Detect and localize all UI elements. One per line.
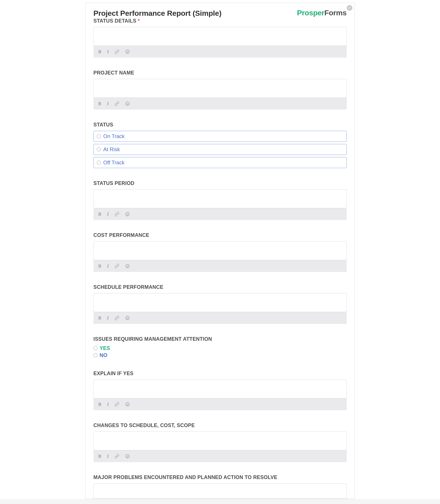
svg-point-14 <box>128 318 128 318</box>
label-explain-if-yes: EXPLAIN IF YES <box>94 371 347 377</box>
radio-input-yes[interactable] <box>94 346 97 350</box>
close-button[interactable]: × <box>347 5 352 11</box>
svg-point-9 <box>125 264 129 268</box>
emoji-icon <box>125 454 130 459</box>
bold-button[interactable]: B <box>98 315 101 321</box>
bold-button[interactable]: B <box>98 211 101 217</box>
header-row: Project Performance Report (Simple) Pros… <box>94 9 347 17</box>
radio-input-on-track[interactable] <box>97 134 101 138</box>
italic-button[interactable]: I <box>107 454 109 459</box>
svg-point-18 <box>125 454 129 458</box>
label-status-period: STATUS PERIOD <box>94 180 347 186</box>
emoji-icon <box>125 402 130 407</box>
toolbar-changes: B I <box>94 450 347 462</box>
italic-button[interactable]: I <box>107 49 109 55</box>
field-changes: CHANGES TO SCHEDULE, COST, SCOPE B I <box>94 422 347 462</box>
toolbar-status-details: B I <box>94 46 347 58</box>
bold-button[interactable]: B <box>98 454 101 459</box>
radio-label-on-track: On Track <box>103 133 125 139</box>
toolbar-project-name: B I <box>94 98 347 110</box>
label-status: STATUS <box>94 122 347 128</box>
radio-option-off-track[interactable]: Off Track <box>94 157 347 168</box>
link-button[interactable] <box>115 402 119 407</box>
italic-button[interactable]: I <box>107 263 109 269</box>
field-explain-if-yes: EXPLAIN IF YES B I <box>94 371 347 410</box>
bold-button[interactable]: B <box>98 402 101 407</box>
emoji-button[interactable] <box>125 454 130 459</box>
svg-point-20 <box>128 456 128 456</box>
emoji-icon <box>125 316 130 320</box>
link-button[interactable] <box>115 49 119 54</box>
svg-point-8 <box>128 214 128 214</box>
emoji-button[interactable] <box>125 402 130 407</box>
emoji-icon <box>125 49 130 54</box>
field-status: STATUS On Track At Risk Off Track <box>94 122 347 168</box>
svg-point-5 <box>128 103 128 103</box>
radio-input-off-track[interactable] <box>97 161 101 165</box>
bold-button[interactable]: B <box>98 49 101 55</box>
emoji-button[interactable] <box>125 264 130 268</box>
form-container: × Project Performance Report (Simple) Pr… <box>85 3 355 499</box>
svg-point-15 <box>125 403 129 406</box>
link-button[interactable] <box>115 454 119 459</box>
label-project-name: PROJECT NAME <box>94 70 347 76</box>
emoji-icon <box>125 101 130 106</box>
emoji-button[interactable] <box>125 49 130 54</box>
bold-button[interactable]: B <box>98 101 101 107</box>
textarea-status-period[interactable] <box>94 189 347 208</box>
radio-input-no[interactable] <box>94 353 97 357</box>
svg-point-3 <box>125 102 129 106</box>
radio-option-on-track[interactable]: On Track <box>94 131 347 142</box>
emoji-button[interactable] <box>125 212 130 216</box>
italic-button[interactable]: I <box>107 402 109 407</box>
link-button[interactable] <box>115 212 119 216</box>
label-issues-attention: ISSUES REQUIRING MANAGEMENT ATTENTION <box>94 336 347 342</box>
toolbar-explain-if-yes: B I <box>94 398 347 410</box>
link-button[interactable] <box>115 264 119 268</box>
textarea-status-details[interactable] <box>94 27 347 46</box>
link-icon <box>115 49 119 54</box>
emoji-button[interactable] <box>125 316 130 320</box>
link-button[interactable] <box>115 101 119 106</box>
field-major-problems: MAJOR PROBLEMS ENCOUNTERED AND PLANNED A… <box>94 475 347 499</box>
radio-option-no[interactable]: NO <box>94 352 347 358</box>
radio-option-yes[interactable]: YES <box>94 345 347 351</box>
radio-option-at-risk[interactable]: At Risk <box>94 144 347 155</box>
svg-point-0 <box>125 50 129 54</box>
italic-button[interactable]: I <box>107 211 109 217</box>
label-changes: CHANGES TO SCHEDULE, COST, SCOPE <box>94 422 347 428</box>
svg-point-2 <box>128 51 128 52</box>
label-major-problems: MAJOR PROBLEMS ENCOUNTERED AND PLANNED A… <box>94 475 347 480</box>
radio-input-at-risk[interactable] <box>97 147 101 151</box>
italic-button[interactable]: I <box>107 101 109 107</box>
label-cost-performance: COST PERFORMANCE <box>94 232 347 238</box>
svg-point-17 <box>128 404 128 404</box>
link-icon <box>115 316 119 320</box>
outer-frame: × Project Performance Report (Simple) Pr… <box>0 0 440 499</box>
link-button[interactable] <box>115 316 119 320</box>
svg-point-11 <box>128 266 128 266</box>
emoji-button[interactable] <box>125 101 130 106</box>
textarea-major-problems[interactable] <box>94 483 347 499</box>
field-status-details: STATUS DETAILS * B I <box>94 18 347 58</box>
textarea-changes[interactable] <box>94 432 347 450</box>
toolbar-status-period: B I <box>94 208 347 220</box>
radio-label-off-track: Off Track <box>103 160 125 166</box>
svg-point-12 <box>125 316 129 320</box>
logo-part-forms: Forms <box>324 9 346 17</box>
textarea-cost-performance[interactable] <box>94 241 347 260</box>
radio-label-no: NO <box>100 352 108 358</box>
radio-label-at-risk: At Risk <box>103 146 120 153</box>
link-icon <box>115 454 119 459</box>
italic-button[interactable]: I <box>107 315 109 321</box>
link-icon <box>115 264 119 268</box>
close-icon: × <box>348 6 350 10</box>
label-schedule-performance: SCHEDULE PERFORMANCE <box>94 284 347 290</box>
textarea-schedule-performance[interactable] <box>94 293 347 312</box>
bold-button[interactable]: B <box>98 263 101 269</box>
logo-part-prosper: Prosper <box>297 9 324 17</box>
required-star: * <box>138 18 140 24</box>
logo: ProsperForms <box>297 9 346 17</box>
textarea-explain-if-yes[interactable] <box>94 379 347 398</box>
textarea-project-name[interactable] <box>94 79 347 98</box>
